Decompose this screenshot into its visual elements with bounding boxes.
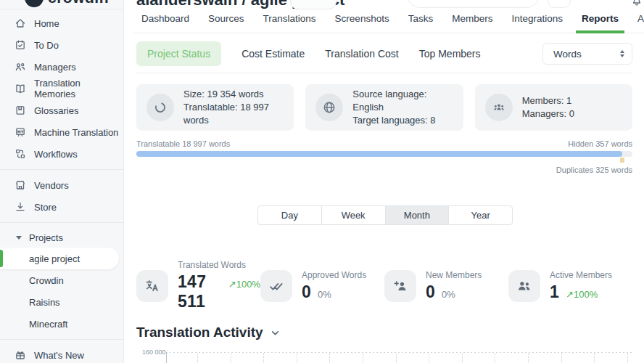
chevron-down-icon <box>271 328 280 338</box>
sidebar-item-home[interactable]: Home <box>0 12 123 34</box>
sidebar-item-label: Glossaries <box>34 105 78 116</box>
sidebar-nav: Home To Do Managers Translation Memories… <box>0 9 123 363</box>
tab-translations[interactable]: Translations <box>263 13 316 24</box>
translatable-progress-fill <box>136 151 622 157</box>
chart-vertical-gridlines <box>197 354 628 363</box>
sidebar-item-label: Machine Translation <box>34 127 118 138</box>
sidebar-item-label: What's New <box>34 350 84 361</box>
project-tabbar: Dashboard Sources Translations Screensho… <box>133 0 644 33</box>
stat-value: 1 <box>550 282 559 302</box>
period-day[interactable]: Day <box>258 206 322 224</box>
sidebar-project-minecraft[interactable]: Minecraft <box>0 313 119 335</box>
section-divider <box>136 73 632 73</box>
translation-activity-chart: 160 000 <box>136 347 632 363</box>
info-cards: Size: 19 354 words Translatable: 18 997 … <box>136 84 632 131</box>
glossaries-icon <box>15 105 26 116</box>
unit-select[interactable]: Words <box>542 43 632 65</box>
translation-activity-title: Translation Activity <box>136 325 263 340</box>
store-icon <box>15 201 26 213</box>
card-size-line2: Translatable: 18 997 words <box>183 101 284 127</box>
period-toggle: Day Week Month Year <box>257 205 513 225</box>
sidebar-project-agile-project[interactable]: agile project <box>0 248 119 269</box>
sidebar-project-crowdin[interactable]: Crowdin <box>0 269 119 291</box>
project-label: Crowdin <box>29 275 64 286</box>
sidebar-logo-area: crowdin <box>0 0 123 9</box>
sidebar-project-raisins[interactable]: Raisins <box>0 291 119 313</box>
managers-icon <box>15 61 26 73</box>
crowdin-wordmark[interactable]: crowdin <box>48 0 109 7</box>
stat-value: 147 511 <box>178 272 222 311</box>
crowdin-logo-icon[interactable] <box>25 0 44 7</box>
words-progress-bar[interactable] <box>136 151 632 157</box>
sidebar-divider <box>0 222 123 223</box>
sidebar-item-label: Workflows <box>34 149 78 160</box>
tab-dashboard[interactable]: Dashboard <box>141 13 189 24</box>
sidebar-item-label: Vendors <box>34 180 69 191</box>
duplicates-label: Duplicates 325 words <box>556 166 632 174</box>
translatable-label: Translatable 18 997 words <box>136 139 230 148</box>
period-week[interactable]: Week <box>322 206 386 224</box>
sidebar-item-managers[interactable]: Managers <box>0 56 123 78</box>
projects-label: Projects <box>29 232 63 243</box>
tab-tasks[interactable]: Tasks <box>408 13 434 24</box>
tab-activity[interactable]: Activity <box>637 13 644 24</box>
sidebar-item-workflows[interactable]: Workflows <box>0 143 123 165</box>
chart-y-axis <box>166 352 167 363</box>
sidebar-item-whats-new[interactable]: What's New <box>0 344 123 363</box>
sidebar: crowdin Home To Do Managers Translation … <box>0 0 124 363</box>
users-icon <box>508 270 540 302</box>
progress-labels: Translatable 18 997 words Hidden 357 wor… <box>136 139 632 148</box>
stat-new-members: New Members 0 0% <box>384 260 508 311</box>
card-languages: Source language: English Target language… <box>305 84 463 131</box>
project-label: agile project <box>29 253 80 264</box>
subtab-translation-cost[interactable]: Translation Cost <box>325 48 398 60</box>
sidebar-item-vendors[interactable]: Vendors <box>0 174 123 196</box>
sidebar-divider <box>0 339 123 340</box>
stat-label: Translated Words <box>178 260 260 270</box>
chevron-down-icon <box>16 236 22 240</box>
sidebar-item-store[interactable]: Store <box>0 196 123 218</box>
sidebar-item-label: Managers <box>34 62 76 73</box>
double-check-icon <box>260 270 292 302</box>
translate-icon <box>136 270 168 302</box>
vendors-icon <box>15 179 26 191</box>
members-icon <box>485 94 513 121</box>
select-arrows-icon <box>620 50 624 57</box>
subtab-cost-estimate[interactable]: Cost Estimate <box>242 48 305 60</box>
stat-translated-words: Translated Words 147 511 ↗100% <box>136 260 260 311</box>
subtab-top-members[interactable]: Top Members <box>419 48 481 60</box>
period-year[interactable]: Year <box>449 206 512 224</box>
stat-label: New Members <box>426 270 482 280</box>
stat-active-members: Active Members 1 ↗100% <box>508 260 632 311</box>
tab-integrations[interactable]: Integrations <box>511 13 563 24</box>
card-languages-line2: Target languages: 8 <box>352 114 453 127</box>
sidebar-item-translation-memories[interactable]: Translation Memories <box>0 78 123 99</box>
translation-memories-icon <box>15 83 26 94</box>
sidebar-item-machine-translation[interactable]: Machine Translation <box>0 121 123 143</box>
y-axis-tick-label: 160 000 <box>142 348 166 356</box>
tab-screenshots[interactable]: Screenshots <box>335 13 389 24</box>
whats-new-icon <box>15 349 26 361</box>
user-plus-icon <box>384 270 416 302</box>
card-size-line1: Size: 19 354 words <box>183 88 284 101</box>
sidebar-item-todo[interactable]: To Do <box>0 34 123 56</box>
stat-value: 0 <box>426 282 435 302</box>
period-month[interactable]: Month <box>386 206 450 224</box>
card-members-line1: Members: 1 <box>522 94 574 107</box>
sidebar-projects-toggle[interactable]: Projects <box>0 227 123 248</box>
progress-ring-icon <box>146 94 174 121</box>
tab-reports[interactable]: Reports <box>582 13 619 24</box>
tab-members[interactable]: Members <box>452 13 492 24</box>
unit-select-value: Words <box>553 49 582 60</box>
card-members: Members: 1 Managers: 0 <box>475 84 632 131</box>
project-label: Raisins <box>29 297 60 308</box>
stat-label: Active Members <box>550 270 612 280</box>
duplicates-marker <box>620 158 624 163</box>
translation-activity-header[interactable]: Translation Activity <box>136 325 280 340</box>
tab-sources[interactable]: Sources <box>208 13 244 24</box>
sidebar-item-glossaries[interactable]: Glossaries <box>0 99 123 121</box>
sidebar-divider <box>0 169 123 170</box>
sidebar-item-label: Store <box>34 202 57 213</box>
stat-change: 0% <box>442 289 455 300</box>
subtab-project-status[interactable]: Project Status <box>136 41 221 66</box>
